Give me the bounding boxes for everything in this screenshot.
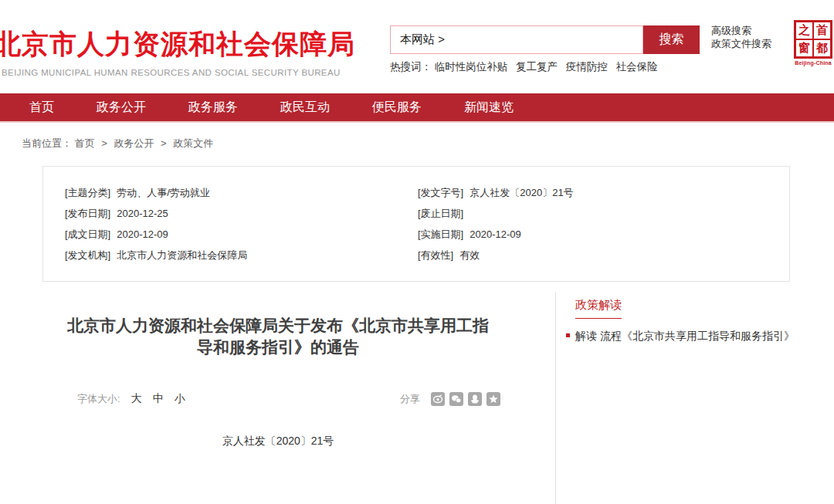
breadcrumb-policy-files[interactable]: 政策文件 (173, 137, 213, 149)
meta-value: 2020-12-09 (117, 228, 168, 240)
hot-search-label: 热搜词： (390, 61, 432, 73)
meta-row-effective-date: [实施日期]2020-12-09 (418, 224, 574, 245)
search-input[interactable]: 本网站 > (390, 25, 643, 54)
font-size-small-button[interactable]: 小 (175, 392, 185, 406)
meta-value: 北京市人力资源和社会保障局 (117, 249, 247, 261)
hot-keyword[interactable]: 疫情防控 (566, 61, 608, 73)
meta-value: 有效 (459, 249, 480, 261)
nav-item-gov-services[interactable]: 政务服务 (188, 100, 238, 116)
hot-keyword[interactable]: 临时性岗位补贴 (435, 61, 508, 73)
breadcrumb: 当前位置： 首页 > 政务公开 > 政策文件 (22, 137, 213, 151)
meta-value: 2020-12-09 (470, 228, 521, 240)
nav-item-convenience[interactable]: 便民服务 (372, 100, 422, 116)
meta-row-issuing-agency: [发文机构]北京市人力资源和社会保障局 (65, 245, 247, 266)
list-bullet-icon (566, 333, 570, 337)
breadcrumb-gov-info[interactable]: 政务公开 (114, 137, 154, 149)
hot-keyword[interactable]: 复工复产 (516, 61, 558, 73)
wechat-share-icon[interactable] (449, 392, 463, 406)
qzone-share-icon[interactable] (486, 392, 500, 406)
site-logo[interactable]: 北京市人力资源和社会保障局 BEIJING MUNICIPAL HUMAN RE… (0, 26, 355, 77)
seal-grid: 之 首 窗 都 (794, 20, 832, 59)
meta-row-publish-date: [发布日期]2020-12-25 (65, 203, 247, 224)
search-scope-selector[interactable]: 本网站 > (400, 32, 445, 47)
nav-item-gov-info[interactable]: 政务公开 (97, 100, 146, 116)
article-title-text: 北京市人力资源和社会保障局关于发布《北京市共享用工指导和服务指引》的通告 (62, 315, 494, 358)
meta-row-validity: [有效性]有效 (418, 245, 574, 266)
meta-label: [废止日期] (418, 208, 463, 219)
document-number: 京人社发〔2020〕21号 (31, 435, 525, 448)
font-size-large-button[interactable]: 大 (131, 392, 142, 406)
meta-label: [发布日期] (65, 208, 110, 219)
share-control: 分享 (400, 392, 500, 406)
seal-char: 都 (813, 39, 831, 57)
meta-value: 京人社发〔2020〕21号 (470, 187, 573, 198)
meta-label: [成文日期] (65, 228, 110, 240)
hot-keyword[interactable]: 社会保险 (616, 61, 658, 73)
advanced-search-links: 高级搜索 政策文件搜索 (711, 24, 771, 50)
breadcrumb-separator: > (101, 137, 107, 149)
font-size-control: 字体大小: 大 中 小 (77, 392, 185, 406)
meta-label: [发文机构] (65, 249, 110, 261)
main-nav: 首页 政务公开 政务服务 政民互动 便民服务 新闻速览 (0, 93, 834, 123)
breadcrumb-separator: > (161, 137, 167, 149)
site-title: 北京市人力资源和社会保障局 (0, 26, 355, 63)
meta-value: 2020-12-25 (117, 208, 168, 219)
nav-item-home[interactable]: 首页 (29, 100, 54, 116)
metadata-right-column: [发文字号]京人社发〔2020〕21号 [废止日期] [实施日期]2020-12… (418, 182, 574, 266)
meta-label: [有效性] (418, 249, 453, 261)
weibo-share-icon[interactable] (431, 392, 445, 406)
site-subtitle: BEIJING MUNICIPAL HUMAN RESOURCES AND SO… (0, 68, 355, 77)
font-size-medium-button[interactable]: 中 (153, 392, 164, 406)
nav-item-interaction[interactable]: 政民互动 (280, 100, 330, 116)
meta-row-topic: [主题分类]劳动、人事/劳动就业 (65, 182, 247, 203)
page: 北京市人力资源和社会保障局 BEIJING MUNICIPAL HUMAN RE… (0, 0, 834, 504)
policy-interpretation-link[interactable]: 解读 流程《北京市共享用工指导和服务指引》 (575, 320, 801, 351)
seal-char: 窗 (795, 39, 813, 57)
breadcrumb-label: 当前位置： (22, 137, 72, 149)
meta-label: [实施日期] (418, 228, 463, 240)
meta-label: [发文字号] (418, 187, 463, 198)
article-title: 北京市人力资源和社会保障局关于发布《北京市共享用工指导和服务指引》的通告 (31, 315, 525, 358)
font-size-label: 字体大小: (77, 392, 120, 406)
policy-interpretation-heading[interactable]: 政策解读 (575, 298, 622, 319)
capital-window-seal-logo[interactable]: 之 首 窗 都 Beijing-China (794, 20, 832, 66)
share-label: 分享 (400, 392, 420, 406)
meta-row-doc-number: [发文字号]京人社发〔2020〕21号 (418, 182, 574, 203)
policy-file-search-link[interactable]: 政策文件搜索 (711, 37, 771, 50)
search-button[interactable]: 搜索 (643, 25, 700, 54)
seal-caption: Beijing-China (794, 60, 832, 66)
content-sidebar-divider (555, 292, 556, 504)
seal-char: 之 (795, 22, 813, 39)
seal-char: 首 (813, 22, 831, 39)
meta-value: 劳动、人事/劳动就业 (117, 187, 210, 198)
breadcrumb-home[interactable]: 首页 (75, 137, 95, 149)
meta-row-written-date: [成文日期]2020-12-09 (65, 224, 247, 245)
advanced-search-link[interactable]: 高级搜索 (711, 24, 771, 37)
nav-item-news[interactable]: 新闻速览 (464, 100, 514, 116)
metadata-left-column: [主题分类]劳动、人事/劳动就业 [发布日期]2020-12-25 [成文日期]… (65, 182, 247, 266)
meta-row-repeal-date: [废止日期] (418, 203, 574, 224)
article-controls: 字体大小: 大 中 小 分享 (77, 392, 500, 406)
hot-search-row: 热搜词： 临时性岗位补贴 复工复产 疫情防控 社会保险 (390, 60, 663, 74)
meta-label: [主题分类] (65, 187, 110, 198)
qq-share-icon[interactable] (468, 392, 482, 406)
document-metadata-box: [主题分类]劳动、人事/劳动就业 [发布日期]2020-12-25 [成文日期]… (42, 166, 790, 282)
search-bar: 本网站 > 搜索 (390, 25, 700, 54)
